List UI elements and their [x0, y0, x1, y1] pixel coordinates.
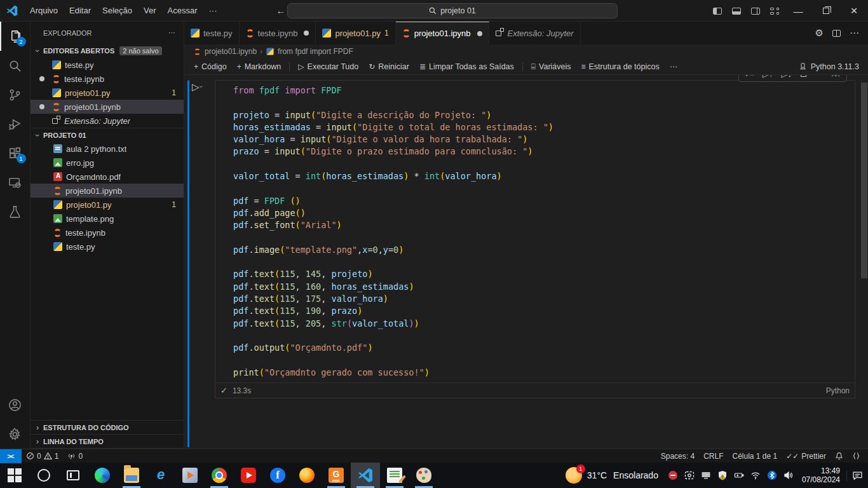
- minimize-button[interactable]: —: [784, 0, 812, 22]
- tab-projeto01-ipynb[interactable]: projeto01.ipynb: [396, 22, 489, 44]
- run-below-icon[interactable]: ▷↓: [782, 75, 792, 79]
- taskbar-media-icon[interactable]: [175, 463, 205, 488]
- menu-item-more[interactable]: ···: [203, 3, 223, 18]
- close-button[interactable]: ×: [840, 0, 868, 22]
- taskbar-chrome-icon[interactable]: [205, 463, 234, 488]
- file-item-projeto01-ipynb[interactable]: projeto01.ipynb: [31, 184, 184, 198]
- file-item-teste-ipynb[interactable]: teste.ipynb: [31, 72, 184, 86]
- sidebar-more-icon[interactable]: ⋯: [168, 29, 176, 37]
- bluetooth-icon[interactable]: [764, 463, 780, 488]
- cell-more-icon[interactable]: ⋯: [815, 75, 824, 79]
- notifications-bell[interactable]: [831, 449, 848, 463]
- security-shield-icon[interactable]: [714, 463, 731, 488]
- remote-explorer-icon[interactable]: [0, 168, 31, 197]
- taskbar-paint-icon[interactable]: [409, 463, 438, 488]
- split-cell-icon[interactable]: ⊟: [800, 75, 807, 79]
- tab-projeto01-py[interactable]: projeto01.py1: [316, 22, 395, 44]
- menu-item-arquivo[interactable]: Arquivo: [24, 3, 64, 18]
- scrollbar[interactable]: [861, 83, 867, 278]
- file-item-projeto01-ipynb[interactable]: projeto01.ipynb: [31, 100, 184, 114]
- tab-extens-o-jupyter[interactable]: Extensão: Jupyter: [489, 22, 581, 44]
- taskbar-ie-icon[interactable]: e: [146, 463, 175, 488]
- toolbar-markdown[interactable]: +Markdown: [233, 60, 286, 73]
- restore-button[interactable]: [812, 0, 840, 22]
- taskbar-gpdf-icon[interactable]: G: [322, 463, 351, 488]
- toolbar-reiniciar[interactable]: ↻Reiniciar: [364, 60, 414, 73]
- taskbar-clock[interactable]: 13:49 07/08/2024: [797, 466, 846, 484]
- action-center-icon[interactable]: [846, 470, 868, 481]
- monitor-icon[interactable]: [698, 463, 714, 488]
- open-editors-header[interactable]: › EDITORES ABERTOS 2 não salvo: [31, 44, 184, 58]
- split-editor-icon[interactable]: [832, 30, 841, 37]
- execute-and-below-icon[interactable]: ⏵≡: [745, 75, 754, 79]
- format-indicator[interactable]: [848, 449, 868, 463]
- menu-item-ver[interactable]: Ver: [138, 3, 162, 18]
- run-debug-icon[interactable]: [0, 109, 31, 139]
- breadcrumb[interactable]: projeto01.ipynb › from fpdf import FPDF: [184, 44, 868, 58]
- battery-icon[interactable]: [731, 463, 747, 488]
- folder-header[interactable]: › PROJETO 01: [31, 128, 184, 142]
- tab-teste-ipynb[interactable]: teste.ipynb: [240, 22, 316, 44]
- toolbar-c-digo[interactable]: +Código: [189, 60, 231, 73]
- taskbar-vscode-icon[interactable]: [351, 463, 380, 488]
- indentation-indicator[interactable]: Spaces: 4: [656, 449, 699, 463]
- taskbar-firefox-icon[interactable]: [292, 463, 322, 488]
- toggle-panel-icon[interactable]: [727, 0, 746, 22]
- eol-indicator[interactable]: CRLF: [699, 449, 728, 463]
- menu-item-editar[interactable]: Editar: [64, 3, 97, 18]
- toggle-secondary-sidebar-icon[interactable]: [746, 0, 765, 22]
- taskbar-start-icon[interactable]: [0, 463, 29, 488]
- file-item-teste-ipynb[interactable]: teste.ipynb: [31, 226, 184, 240]
- taskbar-facebook-icon[interactable]: f: [263, 463, 292, 488]
- editor-more-icon[interactable]: ⋯: [850, 27, 859, 39]
- file-item-template-png[interactable]: template.png: [31, 212, 184, 226]
- hidden-icons-minus[interactable]: [665, 463, 681, 488]
- section-estrutura-do-c-digo[interactable]: ›ESTRUTURA DO CÓDIGO: [31, 421, 184, 435]
- search-view-icon[interactable]: [0, 51, 31, 80]
- file-item-aula-2-python-txt[interactable]: aula 2 python.txt: [31, 142, 184, 156]
- command-center-search[interactable]: projeto 01: [287, 3, 618, 18]
- file-item-erro-jpg[interactable]: erro.jpg: [31, 156, 184, 170]
- taskbar-notepad-icon[interactable]: [380, 463, 409, 488]
- section-linha-do-tempo[interactable]: ›LINHA DO TEMPO: [31, 435, 184, 449]
- menu-item-seleção[interactable]: Seleção: [97, 3, 138, 18]
- taskbar-youtube-icon[interactable]: [234, 463, 263, 488]
- customize-layout-icon[interactable]: [765, 0, 784, 22]
- menu-item-acessar[interactable]: Acessar: [162, 3, 203, 18]
- taskbar-explorer-icon[interactable]: [117, 463, 146, 488]
- tab-teste-py[interactable]: teste.py: [184, 22, 240, 44]
- prettier-indicator[interactable]: ✓✓ Prettier: [782, 449, 831, 463]
- cell-position-indicator[interactable]: Célula 1 de 1: [728, 449, 782, 463]
- file-item-teste-py[interactable]: teste.py: [31, 240, 184, 254]
- testing-icon[interactable]: [0, 197, 31, 226]
- explorer-icon[interactable]: 2: [0, 22, 31, 51]
- account-icon[interactable]: [0, 390, 31, 419]
- file-item-or-amdnto-pdf[interactable]: Orçamdnto.pdf: [31, 170, 184, 184]
- toolbar-estrutura-de-t-picos[interactable]: ≡Estrutura de tópicos: [577, 60, 664, 73]
- kernel-picker[interactable]: Python 3.11.3: [799, 62, 868, 71]
- problems-indicator[interactable]: 0 1: [22, 449, 63, 463]
- notebook-settings-gear-icon[interactable]: ⚙: [815, 27, 824, 39]
- file-item-teste-py[interactable]: teste.py: [31, 58, 184, 72]
- file-item-projeto01-py[interactable]: projeto01.py1: [31, 86, 184, 100]
- history-back-icon[interactable]: ←: [276, 5, 286, 16]
- toggle-sidebar-icon[interactable]: [708, 0, 727, 22]
- toolbar-executar-tudo[interactable]: ▷Executar Tudo: [294, 60, 363, 73]
- wifi-icon[interactable]: [747, 463, 764, 488]
- taskbar-edge-icon[interactable]: [88, 463, 117, 488]
- file-item-extens-o-jupyter[interactable]: Extensão: Jupyter: [31, 114, 184, 128]
- cell-language[interactable]: Python: [826, 386, 850, 395]
- toolbar-limpar-todas-as-sa-das[interactable]: ≣Limpar Todas as Saídas: [415, 60, 519, 73]
- file-item-projeto01-py[interactable]: projeto01.py1: [31, 198, 184, 212]
- code-cell[interactable]: ⏵≡▷↑▷↓⊟⋯🝪 from fpdf import FPDF projeto …: [215, 80, 855, 398]
- taskbar-cortana-icon[interactable]: [29, 463, 58, 488]
- volume-icon[interactable]: [780, 463, 797, 488]
- toolbar-vari-veis[interactable]: ⌸Variáveis: [527, 60, 576, 73]
- settings-gear-icon[interactable]: [0, 419, 31, 449]
- remote-indicator[interactable]: ><: [0, 449, 22, 463]
- taskbar-taskview-icon[interactable]: [58, 463, 88, 488]
- code-editor[interactable]: from fpdf import FPDF projeto = input("D…: [215, 81, 855, 383]
- screen-record-icon[interactable]: [681, 463, 698, 488]
- delete-cell-icon[interactable]: 🝪: [832, 75, 840, 79]
- run-cell-button[interactable]: ▷›: [192, 81, 215, 93]
